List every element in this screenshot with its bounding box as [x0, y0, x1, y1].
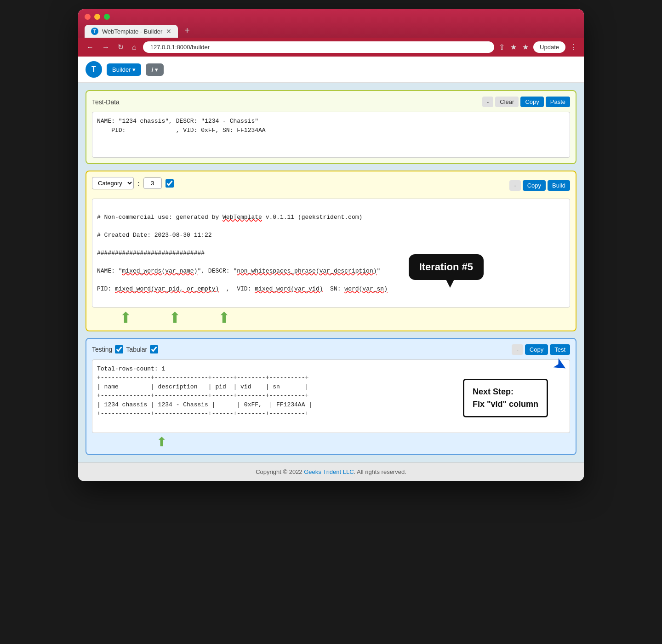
test-data-clear-button[interactable]: Clear	[495, 97, 519, 107]
testing-copy-button[interactable]: Copy	[525, 344, 548, 355]
testing-label: Testing	[92, 346, 112, 353]
template-line4: NAME: "mixed_words(var_name)", DESCR: "n…	[97, 268, 380, 274]
template-panel: Category : - Copy Build # Non-commercial…	[86, 171, 576, 331]
footer-copyright: Copyright © 2022	[256, 468, 304, 475]
template-checkbox[interactable]	[166, 179, 174, 188]
footer: Copyright © 2022 Geeks Trident LLC. All …	[78, 462, 584, 481]
testing-header: Testing Tabular - Copy Test	[92, 344, 570, 355]
app-logo: T	[86, 61, 102, 78]
title-bar: T WebTemplate - Builder ✕ +	[78, 9, 584, 38]
arrow-up-3: ⬆	[218, 310, 230, 325]
testing-test-button[interactable]: Test	[550, 344, 570, 355]
testing-label-row: Testing Tabular	[92, 345, 158, 353]
tab-title: WebTemplate - Builder	[102, 28, 162, 35]
forward-button[interactable]: →	[100, 42, 111, 52]
menu-icon[interactable]: ⋮	[570, 43, 577, 51]
bookmark-icon[interactable]: ★	[510, 43, 517, 51]
back-button[interactable]: ←	[85, 42, 96, 52]
template-line2: # Created Date: 2023-08-30 11:22	[97, 232, 212, 239]
test-data-content[interactable]: NAME: "1234 chassis", DESCR: "1234 - Cha…	[92, 112, 570, 158]
traffic-lights	[85, 14, 577, 20]
template-build-button[interactable]: Build	[548, 180, 570, 191]
tab-close-icon[interactable]: ✕	[166, 28, 171, 35]
testing-minus-button[interactable]: -	[512, 344, 523, 355]
test-data-buttons: - Clear Copy Paste	[482, 97, 570, 107]
testing-checkbox[interactable]	[115, 345, 123, 353]
new-tab-button[interactable]: +	[180, 23, 194, 38]
testing-buttons: - Copy Test	[512, 344, 570, 355]
starred-icon[interactable]: ★	[522, 43, 529, 51]
home-button[interactable]: ⌂	[130, 42, 138, 52]
active-tab[interactable]: T WebTemplate - Builder ✕	[85, 25, 178, 38]
app-content: T Builder ▾ i ▾ Test-Data - Clear Copy	[78, 57, 584, 481]
template-line1: # Non-commercial use: generated by WebTe…	[97, 214, 362, 221]
template-line3: ##############################	[97, 250, 205, 256]
info-button[interactable]: i ▾	[146, 63, 164, 76]
footer-company-link[interactable]: Geeks Trident LLC	[304, 468, 354, 475]
test-data-title: Test-Data	[92, 98, 120, 106]
update-button[interactable]: Update	[533, 41, 565, 53]
template-buttons: - Copy Build	[509, 180, 570, 191]
app-header: T Builder ▾ i ▾	[78, 57, 584, 83]
template-line5: PID: mixed_word(var_pid, or_empty) , VID…	[97, 285, 388, 292]
info-dropdown-icon: ▾	[155, 66, 158, 73]
iteration-callout: Iteration #5	[409, 254, 484, 280]
template-minus-button[interactable]: -	[509, 180, 520, 191]
maximize-button[interactable]	[104, 14, 110, 20]
close-button[interactable]	[85, 14, 91, 20]
tabular-checkbox[interactable]	[150, 345, 158, 353]
testing-arrow-up: ⬆	[156, 436, 167, 449]
next-step-line1: Next Step:	[473, 386, 538, 398]
template-content[interactable]: # Non-commercial use: generated by WebTe…	[92, 199, 570, 308]
address-actions: ⇧ ★ ★	[499, 43, 529, 51]
template-copy-button[interactable]: Copy	[523, 180, 546, 191]
builder-button[interactable]: Builder ▾	[107, 63, 141, 76]
testing-panel: Testing Tabular - Copy Test Total-rows-c…	[86, 338, 576, 455]
testing-arrows: ⬆	[92, 436, 570, 449]
arrow-up-2: ⬆	[169, 310, 181, 325]
template-arrows: ⬆ ⬆ ⬆	[92, 310, 570, 325]
template-header: Category : - Copy Build	[92, 177, 570, 194]
share-icon[interactable]: ⇧	[499, 43, 505, 51]
browser-window: T WebTemplate - Builder ✕ + ← → ↻ ⌂ ⇧ ★ …	[78, 9, 584, 481]
address-input[interactable]	[143, 41, 494, 53]
next-step-line2: Fix "vid" column	[473, 398, 538, 410]
template-controls: Category :	[92, 177, 174, 189]
num-input[interactable]	[143, 177, 162, 189]
reload-button[interactable]: ↻	[116, 42, 126, 52]
test-data-paste-button[interactable]: Paste	[546, 97, 570, 107]
main-area: Test-Data - Clear Copy Paste NAME: "1234…	[78, 83, 584, 462]
tabs-row: T WebTemplate - Builder ✕ +	[85, 23, 577, 38]
address-bar: ← → ↻ ⌂ ⇧ ★ ★ Update ⋮	[78, 38, 584, 57]
tab-favicon: T	[91, 28, 98, 35]
colon-separator: :	[137, 180, 140, 187]
category-select[interactable]: Category	[92, 177, 134, 189]
test-data-header: Test-Data - Clear Copy Paste	[92, 97, 570, 107]
tabular-label: Tabular	[126, 346, 147, 353]
footer-suffix: . All rights reserved.	[354, 468, 406, 475]
test-data-copy-button[interactable]: Copy	[520, 97, 543, 107]
arrow-up-1: ⬆	[120, 310, 132, 325]
dropdown-arrow-icon: ▾	[132, 66, 136, 73]
minimize-button[interactable]	[94, 14, 100, 20]
test-data-minus-button[interactable]: -	[482, 97, 493, 107]
next-step-callout: Next Step: Fix "vid" column	[463, 379, 548, 417]
test-data-panel: Test-Data - Clear Copy Paste NAME: "1234…	[86, 90, 576, 164]
